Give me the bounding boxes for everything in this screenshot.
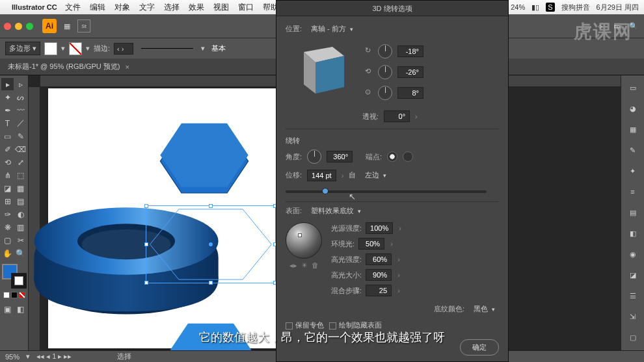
lasso-tool[interactable]: ᔕ bbox=[14, 91, 27, 103]
gradient-tool[interactable]: ▤ bbox=[14, 195, 27, 207]
offset-value[interactable]: 144 pt bbox=[307, 170, 336, 181]
cap-on-icon[interactable] bbox=[387, 151, 397, 162]
shape-builder-tool[interactable]: ◪ bbox=[1, 182, 14, 194]
rotate-tool[interactable]: ⟲ bbox=[1, 156, 14, 168]
fill-stroke-swatches[interactable] bbox=[2, 264, 27, 289]
preserve-spot-checkbox[interactable]: 保留专色 bbox=[286, 320, 324, 330]
artboard-nav[interactable]: ◂◂ ◂ 1 ▸ ▸▸ bbox=[36, 352, 72, 361]
fill-swatch[interactable] bbox=[44, 42, 57, 55]
shape-select[interactable]: 多边形▾ bbox=[5, 42, 40, 55]
perspective-stepper[interactable]: › bbox=[415, 112, 418, 120]
position-dropdown[interactable]: 离轴 - 前方 bbox=[307, 23, 357, 35]
screen-mode-normal[interactable]: ▣ bbox=[1, 303, 14, 315]
free-transform-tool[interactable]: ⬚ bbox=[14, 169, 27, 181]
basic-appearance[interactable]: 基本 bbox=[211, 44, 226, 53]
rotate-z-value[interactable]: 8° bbox=[397, 87, 423, 99]
light-intensity-stepper[interactable]: › bbox=[397, 224, 403, 232]
width-tool[interactable]: ⋔ bbox=[1, 169, 14, 181]
zoom-level[interactable]: 95% bbox=[5, 353, 20, 361]
close-window-button[interactable] bbox=[4, 23, 11, 30]
angle-value[interactable]: 360° bbox=[327, 151, 353, 162]
magic-wand-tool[interactable]: ✦ bbox=[1, 91, 14, 103]
symbols-panel-icon[interactable]: ✦ bbox=[626, 164, 640, 178]
perspective-grid-tool[interactable]: ▦ bbox=[14, 182, 27, 194]
menu-view[interactable]: 视图 bbox=[213, 2, 229, 13]
pen-tool[interactable]: ✒ bbox=[1, 104, 14, 116]
light-sphere[interactable] bbox=[286, 222, 322, 259]
shade-color-dropdown[interactable]: 黑色 bbox=[470, 303, 499, 315]
offset-stepper[interactable]: › bbox=[342, 172, 344, 179]
ambient-value[interactable]: 50% bbox=[358, 238, 384, 250]
swatches-panel-icon[interactable]: ▦ bbox=[626, 122, 640, 136]
curvature-tool[interactable]: 〰 bbox=[14, 104, 27, 116]
blend-steps-value[interactable]: 25 bbox=[366, 285, 392, 296]
properties-panel-icon[interactable]: ▭ bbox=[626, 81, 640, 95]
blend-steps-stepper[interactable]: › bbox=[396, 287, 402, 294]
eyedropper-tool[interactable]: ✑ bbox=[1, 208, 14, 220]
offset-slider[interactable] bbox=[286, 190, 487, 193]
appearance-panel-icon[interactable]: ◉ bbox=[626, 247, 640, 261]
rotate-y-value[interactable]: -26° bbox=[397, 66, 423, 78]
selection-tool[interactable]: ▸ bbox=[1, 78, 14, 90]
menu-file[interactable]: 文件 bbox=[65, 2, 81, 13]
rectangle-tool[interactable]: ▭ bbox=[1, 130, 14, 142]
mesh-tool[interactable]: ⊞ bbox=[1, 195, 14, 207]
stroke-panel-icon[interactable]: ≡ bbox=[626, 185, 640, 199]
offset-from-dropdown[interactable]: 左边 bbox=[361, 169, 390, 181]
scale-tool[interactable]: ⤢ bbox=[14, 156, 27, 168]
stock-icon[interactable]: St bbox=[77, 19, 90, 32]
menu-edit[interactable]: 编辑 bbox=[90, 2, 105, 13]
highlight-intensity-value[interactable]: 60% bbox=[366, 253, 392, 265]
rotate-z-dial[interactable] bbox=[378, 86, 392, 100]
blend-tool[interactable]: ◐ bbox=[14, 208, 27, 220]
stroke-profile[interactable] bbox=[141, 48, 193, 49]
angle-dial[interactable] bbox=[307, 149, 321, 164]
light-back-icon[interactable]: ◂▸ bbox=[289, 261, 297, 270]
gradient-panel-icon[interactable]: ▤ bbox=[626, 205, 640, 220]
column-graph-tool[interactable]: ▥ bbox=[14, 221, 27, 233]
hand-tool[interactable]: ✋ bbox=[1, 247, 14, 259]
surface-dropdown[interactable]: 塑料效果底纹 bbox=[307, 205, 365, 217]
paintbrush-tool[interactable]: ✎ bbox=[14, 130, 27, 142]
perspective-value[interactable]: 0° bbox=[384, 110, 410, 122]
rotation-cube-preview[interactable] bbox=[292, 40, 351, 99]
shaper-tool[interactable]: ✐ bbox=[1, 143, 14, 155]
ambient-stepper[interactable]: › bbox=[388, 240, 395, 248]
ime-name[interactable]: 搜狗拼音 bbox=[561, 3, 590, 12]
direct-selection-tool[interactable]: ▹ bbox=[14, 78, 27, 90]
selection-bounding-box[interactable] bbox=[146, 205, 276, 283]
screen-mode-toggle[interactable]: ◧ bbox=[14, 303, 27, 315]
cap-off-icon[interactable] bbox=[403, 151, 413, 162]
eraser-tool[interactable]: ⌫ bbox=[14, 143, 27, 155]
stroke-color-box[interactable] bbox=[11, 273, 27, 289]
transparency-panel-icon[interactable]: ◧ bbox=[626, 226, 640, 240]
symbol-sprayer-tool[interactable]: ❋ bbox=[1, 221, 14, 233]
color-mode-swatches[interactable] bbox=[1, 292, 27, 298]
menu-type[interactable]: 文字 bbox=[139, 2, 155, 13]
highlight-size-value[interactable]: 90% bbox=[366, 269, 392, 281]
maximize-window-button[interactable] bbox=[26, 23, 33, 30]
highlight-size-stepper[interactable]: › bbox=[396, 271, 402, 279]
layers-panel-icon[interactable]: ☰ bbox=[626, 289, 640, 303]
light-intensity-value[interactable]: 100% bbox=[366, 222, 393, 234]
artboards-panel-icon[interactable]: ▢ bbox=[626, 330, 640, 344]
brushes-panel-icon[interactable]: ✎ bbox=[626, 143, 640, 157]
ime-badge[interactable]: S bbox=[546, 3, 554, 12]
graphic-styles-panel-icon[interactable]: ◪ bbox=[626, 268, 640, 282]
highlight-intensity-stepper[interactable]: › bbox=[396, 255, 402, 263]
draw-hidden-checkbox[interactable]: 绘制隐藏表面 bbox=[329, 320, 382, 330]
stroke-weight-field[interactable]: ‹ › bbox=[114, 43, 133, 55]
app-name[interactable]: Illustrator CC bbox=[12, 3, 57, 11]
minimize-window-button[interactable] bbox=[15, 23, 22, 30]
line-tool[interactable]: ／ bbox=[14, 117, 27, 129]
rotate-y-dial[interactable] bbox=[378, 65, 392, 79]
menu-select[interactable]: 选择 bbox=[164, 2, 180, 13]
zoom-tool[interactable]: 🔍 bbox=[14, 247, 27, 259]
slice-tool[interactable]: ✂ bbox=[14, 234, 27, 246]
ok-button[interactable]: 确定 bbox=[460, 339, 499, 356]
light-new-icon[interactable]: ☀ bbox=[301, 261, 308, 270]
color-panel-icon[interactable]: ◕ bbox=[626, 101, 640, 116]
bridge-icon[interactable]: ▦ bbox=[60, 19, 74, 32]
menu-object[interactable]: 对象 bbox=[114, 2, 130, 13]
rotate-x-dial[interactable] bbox=[378, 44, 392, 58]
